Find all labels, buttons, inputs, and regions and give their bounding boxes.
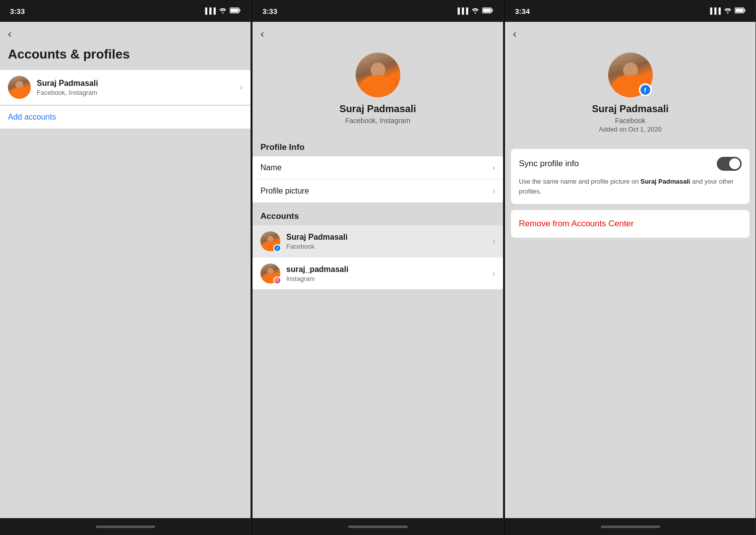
nav-bar-3: ‹ xyxy=(505,22,756,45)
wifi-icon-1 xyxy=(219,7,227,15)
account-ig-sub: Instagram xyxy=(286,275,487,282)
accounts-list: f Suraj Padmasali Facebook › xyxy=(252,225,503,289)
chevron-ig: › xyxy=(493,269,495,278)
chevron-picture: › xyxy=(493,187,495,196)
account-fb-item[interactable]: f Suraj Padmasali Facebook › xyxy=(252,225,503,258)
back-button-3[interactable]: ‹ xyxy=(513,28,516,41)
account-sub-1: Facebook, Instagram xyxy=(37,89,234,96)
status-bar-1: 3:33 ▐▐▐ xyxy=(0,0,251,22)
profile-center-3: f Suraj Padmasali Facebook Added on Oct … xyxy=(505,45,756,143)
remove-from-accounts-center-button[interactable]: Remove from Accounts Center xyxy=(511,210,750,238)
home-bar-3 xyxy=(601,526,660,528)
svg-point-8 xyxy=(278,279,278,280)
wifi-icon-3 xyxy=(724,7,732,15)
status-icons-1: ▐▐▐ xyxy=(203,7,241,15)
svg-rect-2 xyxy=(240,9,241,11)
profile-name-3: Suraj Padmasali xyxy=(592,103,669,115)
profile-info-name-label: Name xyxy=(260,163,493,172)
account-ig-info: suraj_padmasali Instagram xyxy=(286,265,487,282)
avatar-img-1 xyxy=(8,76,31,99)
account-row-1[interactable]: Suraj Padmasali Facebook, Instagram › xyxy=(0,70,251,105)
svg-rect-10 xyxy=(736,8,744,12)
sync-row: Sync profile info xyxy=(519,157,742,171)
profile-name-2: Suraj Padmasali xyxy=(339,103,416,115)
screen-2-content: ‹ Suraj Padmasali Facebook, Instagram Pr… xyxy=(252,22,503,518)
account-ig-name: suraj_padmasali xyxy=(286,265,487,274)
page-title-1: Accounts & profiles xyxy=(0,45,251,70)
screen-3-content: ‹ f Suraj Padmasali Facebook Added on Oc… xyxy=(505,22,756,518)
time-3: 3:34 xyxy=(515,7,530,15)
sync-desc-before: Use the same name and profile picture on xyxy=(519,178,640,185)
chevron-name: › xyxy=(493,163,495,172)
account-info-1: Suraj Padmasali Facebook, Instagram xyxy=(37,79,234,96)
avatar-fb-container: f xyxy=(608,53,653,97)
profile-info-picture-label: Profile picture xyxy=(260,187,493,196)
account-ig-item[interactable]: suraj_padmasali Instagram › xyxy=(252,258,503,289)
svg-rect-6 xyxy=(276,279,279,282)
profile-info-list: Name › Profile picture › xyxy=(252,156,503,202)
sync-card: Sync profile info Use the same name and … xyxy=(511,149,750,204)
accounts-section-header: Accounts xyxy=(252,203,503,225)
status-icons-2: ▐▐▐ xyxy=(455,7,493,15)
screen-3: 3:34 ▐▐▐ ‹ xyxy=(505,0,756,535)
status-bar-2: 3:33 ▐▐▐ xyxy=(252,0,503,22)
add-accounts-button[interactable]: Add accounts xyxy=(0,106,251,129)
sync-desc-name: Suraj Padmasali xyxy=(640,178,690,185)
battery-icon-1 xyxy=(230,7,241,15)
fb-badge: f xyxy=(273,244,281,252)
profile-center-2: Suraj Padmasali Facebook, Instagram xyxy=(252,45,503,134)
sync-label: Sync profile info xyxy=(519,159,579,169)
account-fb-info: Suraj Padmasali Facebook xyxy=(286,233,487,250)
time-1: 3:33 xyxy=(10,7,25,15)
signal-icon-1: ▐▐▐ xyxy=(203,7,216,14)
home-indicator-3 xyxy=(505,518,756,535)
status-icons-3: ▐▐▐ xyxy=(708,7,746,15)
signal-icon-2: ▐▐▐ xyxy=(455,7,468,14)
profile-date-3: Added on Oct 1, 2020 xyxy=(599,126,661,133)
status-bar-3: 3:34 ▐▐▐ xyxy=(505,0,756,22)
fb-badge-lg: f xyxy=(639,83,652,96)
avatar-lg-2 xyxy=(356,53,400,97)
profile-info-section-header: Profile Info xyxy=(252,134,503,156)
back-button-1[interactable]: ‹ xyxy=(8,28,11,41)
profile-info-picture-item[interactable]: Profile picture › xyxy=(252,180,503,202)
svg-rect-11 xyxy=(745,9,746,11)
chevron-icon-1: › xyxy=(240,83,243,92)
svg-rect-1 xyxy=(231,8,239,12)
ig-badge xyxy=(273,276,281,284)
avatar-1 xyxy=(8,76,31,99)
sync-toggle[interactable] xyxy=(717,157,742,171)
back-button-2[interactable]: ‹ xyxy=(260,28,264,41)
account-fb-sub: Facebook xyxy=(286,243,487,250)
screen-1-content: ‹ Accounts & profiles Suraj Padmasali Fa… xyxy=(0,22,251,518)
screen-1: 3:33 ▐▐▐ ‹ xyxy=(0,0,251,535)
account-ig-avatar-container xyxy=(260,264,280,283)
home-indicator-1 xyxy=(0,518,251,535)
chevron-fb: › xyxy=(493,237,495,246)
profile-platform-3: Facebook xyxy=(615,117,645,125)
home-bar-2 xyxy=(348,526,408,528)
battery-icon-3 xyxy=(735,7,746,15)
screen-2: 3:33 ▐▐▐ ‹ xyxy=(252,0,504,535)
account-fb-name: Suraj Padmasali xyxy=(286,233,487,242)
sync-description: Use the same name and profile picture on… xyxy=(519,177,742,196)
battery-icon-2 xyxy=(482,7,493,15)
account-name-1: Suraj Padmasali xyxy=(37,79,234,88)
svg-rect-4 xyxy=(483,8,491,12)
home-indicator-2 xyxy=(252,518,503,535)
nav-bar-2: ‹ xyxy=(252,22,503,45)
time-2: 3:33 xyxy=(262,7,277,15)
profile-sub-2: Facebook, Instagram xyxy=(345,117,411,125)
wifi-icon-2 xyxy=(471,7,479,15)
remove-btn-label: Remove from Accounts Center xyxy=(519,219,633,228)
signal-icon-3: ▐▐▐ xyxy=(708,7,721,14)
nav-bar-1: ‹ xyxy=(0,22,251,45)
account-fb-avatar-container: f xyxy=(260,231,280,251)
profile-info-name-item[interactable]: Name › xyxy=(252,156,503,180)
home-bar-1 xyxy=(96,526,155,528)
avatar-person-1 xyxy=(8,76,31,99)
svg-point-7 xyxy=(277,280,278,281)
svg-rect-5 xyxy=(492,9,493,11)
